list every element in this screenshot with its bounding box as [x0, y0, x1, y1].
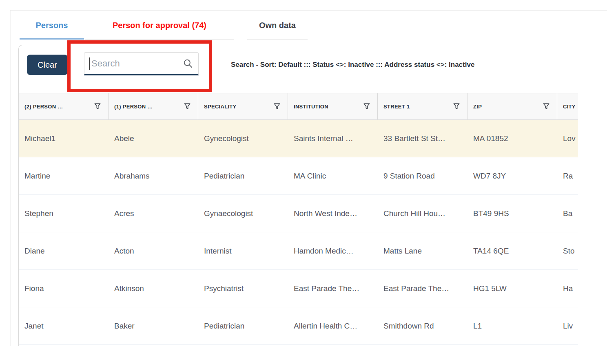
column-label: (1) PERSON …: [114, 104, 181, 110]
tab-bar: Persons Person for approval (74) Own dat…: [20, 16, 308, 40]
table-cell: Martine: [19, 172, 109, 181]
table-cell: Acres: [109, 209, 198, 218]
search-placeholder: Search: [91, 58, 183, 69]
top-divider: [10, 10, 607, 11]
column-header: SPECIALITY: [198, 93, 288, 119]
column-header: (1) PERSON …: [109, 93, 198, 119]
column-header: INSTITUTION: [288, 93, 378, 119]
table-header-row: (2) PERSON … (1) PERSON … SPECIALITY INS…: [19, 93, 578, 120]
table-cell: Stephen: [19, 209, 109, 218]
table-row[interactable]: StephenAcresGynaecologistNorth West Inde…: [19, 195, 578, 232]
table-cell: Michael1: [19, 134, 109, 143]
table-cell: East Parade The…: [288, 284, 378, 293]
column-header: (2) PERSON …: [19, 93, 109, 119]
table-cell: Allertin Health C…: [288, 322, 378, 331]
table-cell: Pediatrician: [198, 322, 288, 331]
table-cell: 9 Station Road: [378, 172, 467, 181]
table-row[interactable]: MartineAbrahamsPediatricianMA Clinic9 St…: [19, 157, 578, 195]
filter-icon[interactable]: [452, 102, 461, 110]
table-cell: Matts Lane: [378, 247, 467, 256]
filter-icon[interactable]: [183, 102, 191, 110]
filter-icon[interactable]: [93, 102, 102, 110]
filter-icon[interactable]: [363, 102, 371, 110]
column-label: STREET 1: [383, 104, 450, 110]
left-divider: [10, 11, 11, 346]
filter-icon[interactable]: [273, 102, 281, 110]
table-cell: Diane: [19, 247, 109, 256]
column-label: CITY: [563, 104, 578, 110]
table-row[interactable]: Michael1AbeleGynecologistSaints Internal…: [19, 120, 578, 157]
persons-table: (2) PERSON … (1) PERSON … SPECIALITY INS…: [19, 93, 578, 345]
table-cell: Smithdown Rd: [378, 322, 467, 331]
table-cell: Fiona: [19, 284, 109, 293]
column-header: STREET 1: [378, 93, 467, 119]
tab-own-data[interactable]: Own data: [247, 16, 308, 40]
table-cell: Atkinson: [109, 284, 198, 293]
tab-persons[interactable]: Persons: [20, 16, 84, 40]
table-cell: North West Inde…: [288, 209, 378, 218]
column-label: SPECIALITY: [204, 104, 270, 110]
table-cell: Acton: [109, 247, 198, 256]
table-cell: Abrahams: [109, 172, 198, 181]
table-cell: L1: [467, 322, 557, 331]
table-cell: MA Clinic: [288, 172, 378, 181]
table-cell: MA 01852: [467, 134, 557, 143]
table-cell: Janet: [19, 322, 109, 331]
table-row[interactable]: JanetBakerPediatricianAllertin Health C……: [19, 307, 578, 345]
table-cell: Hamdon Medic…: [288, 247, 378, 256]
table-cell: Gynecologist: [198, 134, 288, 143]
table-cell: 33 Bartlett St St…: [378, 134, 467, 143]
table-cell: BT49 9HS: [467, 209, 557, 218]
table-cell: Gynaecologist: [198, 209, 288, 218]
clear-button[interactable]: Clear: [27, 55, 68, 75]
tab-person-for-approval[interactable]: Person for approval (74): [85, 16, 234, 40]
column-label: (2) PERSON …: [24, 104, 91, 110]
table-cell: Saints Internal …: [288, 134, 378, 143]
table-cell: Internist: [198, 247, 288, 256]
table-cell: Pediatrician: [198, 172, 288, 181]
text-caret: [89, 57, 90, 70]
table-cell: Ra: [557, 172, 578, 181]
column-header: CITY: [557, 93, 578, 119]
table-cell: Lov: [557, 134, 578, 143]
column-label: INSTITUTION: [294, 104, 360, 110]
search-input[interactable]: Search: [84, 52, 199, 75]
filter-icon[interactable]: [542, 102, 550, 110]
search-icon[interactable]: [183, 58, 193, 69]
table-cell: Liv: [557, 322, 578, 331]
table-cell: Psychiatrist: [198, 284, 288, 293]
filter-summary: Search - Sort: Default ::: Status <>: In…: [231, 61, 474, 69]
table-cell: HG1 5LW: [467, 284, 557, 293]
persons-panel: Clear Search Search - Sort: Default ::: …: [18, 45, 607, 346]
table-row[interactable]: FionaAtkinsonPsychiatristEast Parade The…: [19, 270, 578, 307]
table-body: Michael1AbeleGynecologistSaints Internal…: [19, 120, 578, 345]
table-cell: Church Hill Hou…: [378, 209, 467, 218]
table-cell: Ba: [557, 209, 578, 218]
table-row[interactable]: DianeActonInternistHamdon Medic…Matts La…: [19, 232, 578, 270]
toolbar: Clear Search Search - Sort: Default ::: …: [19, 45, 607, 93]
table-cell: Sto: [557, 247, 578, 256]
column-label: ZIP: [473, 104, 540, 110]
column-header: ZIP: [467, 93, 557, 119]
table-cell: East Parade The…: [378, 284, 467, 293]
table-cell: Ha: [557, 284, 578, 293]
table-cell: Abele: [109, 134, 198, 143]
table-cell: WD7 8JY: [467, 172, 557, 181]
table-cell: Baker: [109, 322, 198, 331]
table-cell: TA14 6QE: [467, 247, 557, 256]
